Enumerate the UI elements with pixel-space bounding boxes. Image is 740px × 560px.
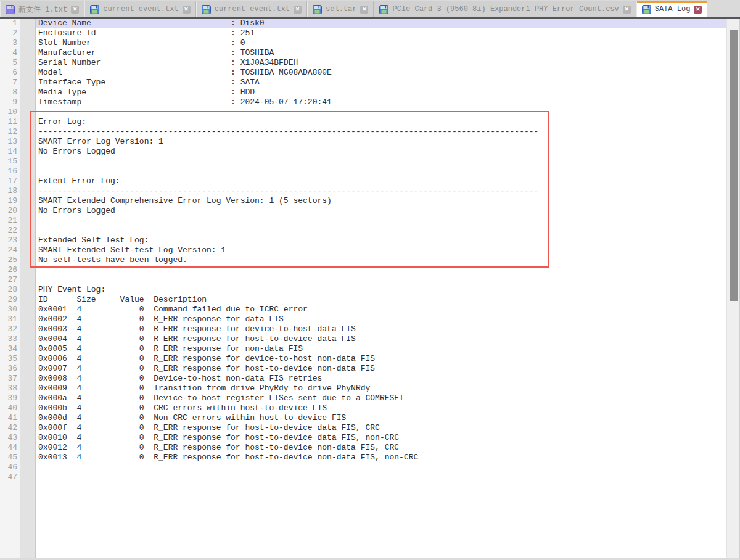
editor-line[interactable]: 0x0003 4 0 R_ERR response for device-to-… bbox=[36, 324, 726, 334]
line-number: 9 bbox=[0, 97, 17, 107]
line-number: 37 bbox=[0, 374, 17, 384]
line-number: 34 bbox=[0, 344, 17, 354]
line-number: 31 bbox=[0, 315, 17, 324]
line-number: 41 bbox=[0, 413, 17, 423]
tab-label: sel.tar bbox=[326, 5, 356, 14]
line-number: 42 bbox=[0, 423, 17, 433]
line-number: 5 bbox=[0, 58, 17, 68]
tab-close-button[interactable]: ✕ bbox=[623, 6, 631, 14]
editor-line[interactable]: Enclosure Id : 251 bbox=[36, 28, 726, 38]
vertical-scrollbar[interactable] bbox=[726, 19, 740, 558]
editor-line[interactable]: 0x000f 4 0 R_ERR response for host-to-de… bbox=[36, 423, 726, 433]
tab-current-event-2[interactable]: current_event.txt✕ bbox=[196, 1, 307, 17]
editor-line[interactable]: Media Type : HDD bbox=[36, 88, 726, 97]
editor-line[interactable]: Slot Number : 0 bbox=[36, 38, 726, 48]
editor-line[interactable]: 0x000b 4 0 CRC errors within host-to-dev… bbox=[36, 403, 726, 413]
line-number-gutter: 1234567891011121314151617181920212223242… bbox=[0, 19, 20, 558]
editor-line[interactable]: SMART Extended Self-test Log Version: 1 bbox=[36, 245, 726, 255]
editor-line[interactable]: 0x0010 4 0 R_ERR response for host-to-de… bbox=[36, 433, 726, 443]
tab-close-button[interactable]: ✕ bbox=[694, 6, 702, 14]
tab-new-file-1[interactable]: 新文件 1.txt✕ bbox=[0, 1, 84, 17]
tab-bar: 新文件 1.txt✕current_event.txt✕current_even… bbox=[0, 0, 740, 17]
editor-line[interactable]: 0x0004 4 0 R_ERR response for host-to-de… bbox=[36, 334, 726, 344]
line-number: 12 bbox=[0, 127, 17, 137]
editor-line[interactable]: Extent Error Log: bbox=[36, 176, 726, 186]
line-number: 17 bbox=[0, 176, 17, 186]
tab-close-button[interactable]: ✕ bbox=[183, 6, 191, 14]
line-number: 21 bbox=[0, 216, 17, 226]
tab-current-event-1[interactable]: current_event.txt✕ bbox=[84, 1, 195, 17]
editor-line[interactable]: Serial Number : X1J0A34BFDEH bbox=[36, 58, 726, 68]
line-number: 18 bbox=[0, 186, 17, 196]
editor-line[interactable]: ----------------------------------------… bbox=[36, 186, 726, 196]
line-number: 23 bbox=[0, 236, 17, 245]
editor-line[interactable]: SMART Extended Comprehensive Error Log V… bbox=[36, 196, 726, 206]
editor-line[interactable]: Extended Self Test Log: bbox=[36, 236, 726, 245]
tab-sel-tar[interactable]: sel.tar✕ bbox=[307, 1, 374, 17]
editor-line[interactable]: 0x0006 4 0 R_ERR response for device-to-… bbox=[36, 354, 726, 364]
tab-label: SATA_Log bbox=[655, 5, 691, 14]
line-number: 32 bbox=[0, 324, 17, 334]
editor-line[interactable]: 0x0002 4 0 R_ERR response for data FIS bbox=[36, 315, 726, 324]
editor-line[interactable]: 0x000d 4 0 Non-CRC errors within host-to… bbox=[36, 413, 726, 423]
scrollbar-thumb[interactable] bbox=[730, 30, 738, 301]
editor-line[interactable]: Interface Type : SATA bbox=[36, 78, 726, 88]
line-number: 26 bbox=[0, 265, 17, 275]
editor-line[interactable] bbox=[36, 265, 726, 275]
text-area[interactable]: Device Name : Disk0Enclosure Id : 251Slo… bbox=[36, 19, 726, 558]
editor-line[interactable] bbox=[36, 167, 726, 176]
floppy-disk-blue-icon bbox=[379, 5, 388, 14]
tab-close-button[interactable]: ✕ bbox=[360, 6, 368, 14]
editor-line[interactable]: PHY Event Log: bbox=[36, 285, 726, 295]
editor-line[interactable] bbox=[36, 275, 726, 285]
floppy-disk-blue-icon bbox=[202, 5, 211, 14]
line-number: 16 bbox=[0, 167, 17, 176]
editor-line[interactable]: SMART Error Log Version: 1 bbox=[36, 137, 726, 147]
line-number: 14 bbox=[0, 147, 17, 157]
line-number: 19 bbox=[0, 196, 17, 206]
active-tab-accent bbox=[637, 1, 707, 3]
line-number: 25 bbox=[0, 255, 17, 265]
editor-line[interactable]: Model : TOSHIBA MG08ADA800E bbox=[36, 68, 726, 78]
floppy-disk-blue-icon bbox=[313, 5, 322, 14]
editor-line[interactable] bbox=[36, 226, 726, 236]
tab-label: 新文件 1.txt bbox=[18, 4, 67, 15]
tab-pcie-csv[interactable]: PCIe_Card_3_(9560-8i)_Expander1_PHY_Erro… bbox=[374, 1, 636, 17]
editor-line[interactable]: Device Name : Disk0 bbox=[36, 19, 726, 28]
line-number: 43 bbox=[0, 433, 17, 443]
editor-line[interactable]: Error Log: bbox=[36, 117, 726, 127]
editor-line[interactable]: No Errors Logged bbox=[36, 147, 726, 157]
editor-window: 新文件 1.txt✕current_event.txt✕current_even… bbox=[0, 0, 740, 560]
editor-line[interactable]: 0x0008 4 0 Device-to-host non-data FIS r… bbox=[36, 374, 726, 384]
editor-line[interactable]: Manufacturer : TOSHIBA bbox=[36, 48, 726, 58]
editor-line[interactable] bbox=[36, 463, 726, 472]
line-number: 1 bbox=[0, 19, 17, 28]
line-number: 47 bbox=[0, 472, 17, 482]
tab-close-button[interactable]: ✕ bbox=[71, 6, 79, 14]
editor-line[interactable]: 0x0012 4 0 R_ERR response for host-to-de… bbox=[36, 443, 726, 453]
line-number: 22 bbox=[0, 226, 17, 236]
editor-line[interactable]: No Errors Logged bbox=[36, 206, 726, 216]
editor-line[interactable]: ----------------------------------------… bbox=[36, 127, 726, 137]
editor-line[interactable] bbox=[36, 107, 726, 117]
editor-line[interactable]: 0x000a 4 0 Device-to-host register FISes… bbox=[36, 393, 726, 403]
editor-line[interactable]: 0x0001 4 0 Command failed due to ICRC er… bbox=[36, 305, 726, 315]
editor-line[interactable]: Timestamp : 2024-05-07 17:20:41 bbox=[36, 97, 726, 107]
editor-line[interactable]: 0x0009 4 0 Transition from drive PhyRdy … bbox=[36, 384, 726, 393]
editor-line[interactable]: No self-tests have been logged. bbox=[36, 255, 726, 265]
editor-line[interactable] bbox=[36, 157, 726, 167]
tab-close-button[interactable]: ✕ bbox=[294, 6, 302, 14]
editor-line[interactable] bbox=[36, 216, 726, 226]
editor-line[interactable]: ID Size Value Description bbox=[36, 295, 726, 305]
editor-line[interactable]: 0x0005 4 0 R_ERR response for non-data F… bbox=[36, 344, 726, 354]
floppy-disk-blue-icon bbox=[90, 5, 99, 14]
tab-sata-log[interactable]: SATA_Log✕ bbox=[636, 1, 708, 17]
line-number: 13 bbox=[0, 137, 17, 147]
line-number: 6 bbox=[0, 68, 17, 78]
line-number: 27 bbox=[0, 275, 17, 285]
line-number: 40 bbox=[0, 403, 17, 413]
editor-line[interactable]: 0x0013 4 0 R_ERR response for host-to-de… bbox=[36, 453, 726, 463]
editor-line[interactable]: 0x0007 4 0 R_ERR response for host-to-de… bbox=[36, 364, 726, 374]
line-number: 46 bbox=[0, 463, 17, 472]
editor-line[interactable] bbox=[36, 472, 726, 482]
